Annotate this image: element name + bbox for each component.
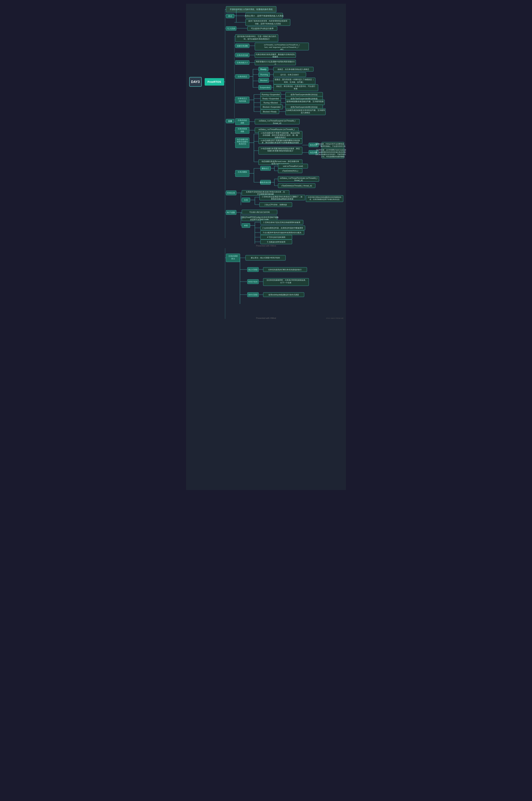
- purpose-label: 引入目的: [227, 28, 235, 30]
- other-del-1b: thread_id): [294, 179, 303, 181]
- other-del-2: vTaskDelete(osThreadId_t thread_id): [281, 185, 312, 187]
- priority-label: 任务的优先级: [236, 54, 248, 56]
- dyn-item-1b: 自动创建，静态任务需要自己提供，栈一般: [263, 134, 298, 136]
- priority-val2: 级越高: [272, 56, 278, 58]
- adv-item-2b: 功能，适用于简单的嵌入式系统: [255, 23, 281, 25]
- idle-func-2: 2 防止CPU空转，浪费资源: [265, 204, 287, 206]
- suspend-func-val1: osStatus_t osThreadSuspend (osThreadId_t: [259, 120, 296, 122]
- suspend-func-label1: 任务的挂起: [238, 119, 247, 121]
- self-del-1: void osThreadExit (void): [283, 165, 303, 167]
- static-mem-val2: 编译时就确认、不会使内存碎片化: [321, 145, 345, 147]
- footer-text: Presented with XMind: [256, 244, 276, 247]
- suspend-func-label2: 函数: [241, 122, 244, 124]
- footer-brand: STAY AWAY FROM ME: [326, 317, 343, 319]
- coop-label: 协作式调度: [248, 294, 258, 296]
- transition-label1: 任务状态之: [238, 97, 247, 99]
- tasks-main-label: 任务: [228, 120, 232, 122]
- task-desc-1: 是并发执行的基本单位，它是一段独立执行的代: [237, 35, 276, 37]
- dynamic-mem-val4: 片化，特别是频繁的创建和删除: [321, 156, 345, 158]
- state-susp-desc2: 恢复: [294, 88, 298, 90]
- state-ready: Ready: [260, 68, 267, 70]
- task-desc-2: 码，他可以被操作系统调度执行: [244, 38, 270, 40]
- static-mem-val1: 编译时创建，代码运行时不会浪费资源，大小在: [316, 143, 346, 145]
- preemptive-label: 抢占式调度: [248, 269, 258, 271]
- state-ready-desc: 就绪态，在任务创建后就会进入就绪态: [278, 68, 309, 70]
- dynamic-mem-val3: 态任务的创建在运行时进行，可能导致内存的碎: [315, 153, 346, 155]
- hook-t4: 4 守护任务开启时调用: [267, 236, 285, 238]
- suspend-func-val2: thread_id): [273, 122, 281, 124]
- trans-4-desc: 使用vTaskSuspended将任务挂起: [290, 106, 318, 108]
- dynamic-label1: 动态创建任务: [237, 139, 248, 141]
- state-blocked-desc1: 阻塞态，因为等待某一件事件进入了休眠状态（: [275, 78, 314, 80]
- dyn-item-1c: 由数组来表示: [275, 136, 286, 139]
- dynamic-mem-val2: 建，这需要额外的内存来存储任务的控制块；动: [315, 151, 346, 153]
- trans-3-desc1: 使用休眠函数或者是被信号量、互斥锁等阻塞: [286, 101, 324, 103]
- idle-note1: 任务资源主要由任务的函数和任务控制模块组: [308, 196, 341, 198]
- state-blocked-desc2: 时间、互斥锁、信号量）: [284, 81, 304, 83]
- roundrobin-label: 时间片轮转: [248, 281, 258, 283]
- sched-default: 默认算法：抢占式调度+时间片轮转: [251, 257, 280, 259]
- scheduling-svg: 任务的调度 算法 默认算法：抢占式调度+时间片轮转 抢占式调度 任务优先级高的打…: [186, 248, 346, 323]
- hook-t2: 2 systick滴答定时器，在滴答定时器的中断被调用: [263, 227, 303, 229]
- idle-desc1: 在系统中没有其他任务在执行时执行的任务，在: [246, 191, 285, 193]
- roundrobin-desc1: 当任务优先级相同时，任务执行时间结束就会执: [266, 279, 305, 281]
- trans-4: Blocked->Suspended: [263, 106, 280, 108]
- root-title: 开源的实时嵌入式操作系统、轻量级的操作系统: [230, 8, 273, 11]
- preemptive-desc: 任务优先级高的打断任务优先级低的执行: [268, 269, 302, 271]
- state-suspended: Suspended: [260, 86, 270, 89]
- dyn-item-3a: 3>动态创建任务需要消耗的资源会比较多，静态: [261, 147, 300, 149]
- day3-label: DAY3: [191, 80, 200, 84]
- other-delete-label: 删除其他任务: [260, 181, 271, 183]
- dyn-item-4a: 动态创建任务使用xTaskCreate，静态创建任务: [262, 160, 299, 162]
- resume-func-label2: 函数: [241, 130, 244, 132]
- dyn-item-3b: 创建任务需要消耗的资源比较少: [267, 150, 293, 152]
- hook-desc: 可以插入我们自己的代码: [249, 211, 270, 213]
- state-label: 任务的状态: [238, 75, 247, 77]
- state-running: Running: [261, 73, 268, 76]
- create-func-val3: attr): [280, 48, 283, 50]
- purpose-item: 可以提高CPU的运行效率: [251, 28, 273, 30]
- hook-types-label: 种类: [244, 224, 248, 226]
- stack-val1: 局部变量的大小以及函数中使用的局部变量的大: [256, 61, 295, 63]
- resume-func-label1: 任务的恢复: [238, 128, 247, 130]
- trans-3: Runing->Blocked: [264, 102, 278, 104]
- idle-desc2: 开启调度器时被创建: [257, 193, 274, 195]
- delete-label1: 任务的删除: [238, 171, 247, 173]
- roundrobin-desc2: 行下一个任务: [280, 281, 291, 284]
- trans-1-desc: 使用vTaskSuspended将任务挂起: [290, 94, 318, 96]
- idle-func-1a: 1 空闲任务会监测是否有任务把自己已删除了，如: [262, 196, 302, 198]
- create-func-label: 创建任务函数: [237, 45, 248, 47]
- trans-2: Ready->Suspended: [263, 98, 279, 100]
- dyn-item-1a: 1>动态创建任务不需要手动提供栈，栈会由系统: [261, 132, 300, 134]
- mindmap-svg: DAY3 FreeRTOS 开源的实时嵌入式操作系统、轻量级的操作系统 优点 内…: [186, 4, 346, 248]
- create-func-val2: func, void *argument, const osThreadAttr…: [265, 46, 299, 48]
- trans-5-desc1: 当休眠完成后或者是当等待到信号量、互斥锁等: [286, 109, 325, 111]
- self-delete-label: 删除自己: [262, 167, 269, 169]
- hook-enable1: 只要在FreeRTOSConfig.h文件中开启钩子函数: [240, 216, 279, 218]
- dyn-item-2a: 2>动态创建适用于需要随时创建和删除任务的场: [261, 139, 300, 141]
- transition-label2: 间的转换: [239, 100, 246, 102]
- trans-1: Running->Suspended: [262, 94, 280, 96]
- trans-5: Blocked->Ready: [263, 111, 277, 113]
- stack-label: 任务的栈大小: [236, 61, 248, 63]
- stack-val2: 小: [274, 63, 276, 65]
- idle-label: 空闲任务: [227, 192, 235, 194]
- priority-val1: 代表任务执行的先后顺序，数值越大任务的优先: [255, 53, 295, 55]
- trans-2-desc: 使用vTaskSuspended将任务恢复: [290, 98, 318, 100]
- footer-main: Presented with XMind: [256, 317, 276, 319]
- self-del-2: vTaskDelete(NULL): [282, 170, 298, 172]
- create-func-val1: osThreadId_t osThreadNew (osThreadFunc_t: [264, 44, 300, 46]
- adv-item-1: 内存占用小，适用于资源有限的嵌入式系统: [245, 15, 284, 17]
- idle-func-1b: 果有的话就会释放它的资源: [271, 198, 293, 200]
- adv-item-2: 提供了基本的任务管理、内存管理和同步机制等: [248, 20, 287, 22]
- coop-desc: 使用osdelay休眠函数进行协作式调度: [268, 294, 299, 296]
- dyn-item-2b: 景，静态创建任务适用于任务数量确定的场景: [262, 142, 299, 144]
- state-running-desc: 运行态，任务正在执行: [280, 74, 299, 76]
- state-blocked: Blocked: [260, 79, 267, 81]
- trans-5-desc2: 进入就绪态: [301, 112, 310, 114]
- hook-t3: 3 在分配和申请内存失败的时候调用内存分配失: [263, 232, 302, 234]
- idle-note2: 成，任务控制模块适用于存储任务的信息: [309, 199, 340, 200]
- sched-label1: 任务的调度: [228, 255, 238, 257]
- hook-t1: 1 空闲任务钩子是在空闲任务被调用时候被调: [263, 221, 300, 223]
- dynamic-label2: 和静态创建任: [237, 141, 248, 143]
